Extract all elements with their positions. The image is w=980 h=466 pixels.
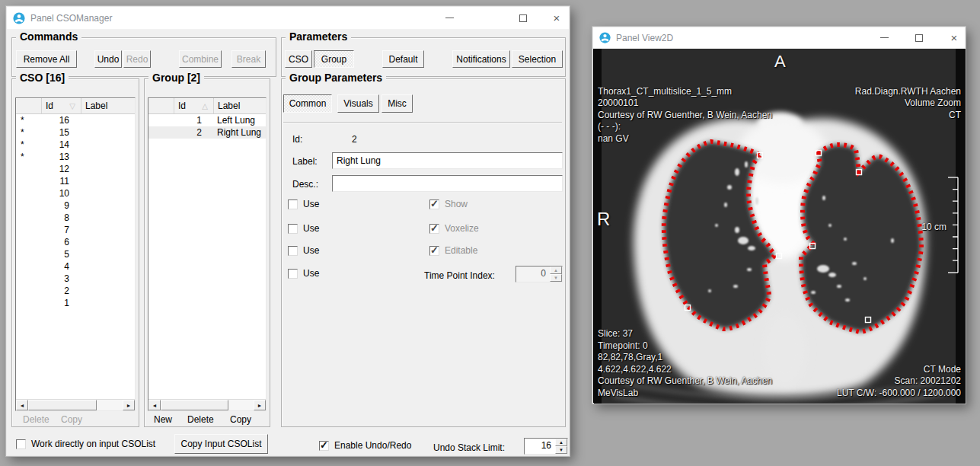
cso-table-row[interactable]: 6 [16, 236, 135, 248]
cso-manager-titlebar[interactable]: Panel CSOManager × [7, 7, 569, 30]
undo-button[interactable]: Undo [94, 50, 122, 68]
time-point-index-spinbox[interactable]: 0 ▲ ▼ [516, 266, 563, 282]
cso-table-row[interactable]: 3 [16, 273, 135, 285]
id-label: Id: [292, 134, 302, 145]
desc-field[interactable] [332, 175, 563, 192]
minimize-button[interactable] [872, 27, 896, 48]
use-label: Use [303, 223, 319, 234]
editable-checkbox[interactable] [429, 246, 439, 256]
cso-table-row[interactable]: 11 [16, 175, 135, 187]
copy-input-csolist-button[interactable]: Copy Input CSOList [174, 434, 268, 454]
header-cell-label[interactable]: Label [81, 98, 135, 113]
maximize-button[interactable] [511, 7, 535, 29]
group-params-button[interactable]: Group [314, 50, 354, 68]
cso-h-scrollbar[interactable]: ◄ ► [16, 399, 135, 410]
group-copy-button[interactable]: Copy [230, 414, 251, 425]
header-cell-id[interactable]: Id△ [174, 98, 214, 113]
use-tpi-checkbox[interactable] [288, 269, 298, 279]
close-button[interactable]: × [544, 7, 569, 29]
use-label: Use [303, 268, 319, 279]
tab-common[interactable]: Common [283, 94, 332, 113]
scroll-left-icon[interactable]: ◄ [148, 400, 161, 410]
spin-up-icon[interactable]: ▲ [550, 267, 562, 274]
cso-table-row[interactable]: 7 [16, 224, 135, 236]
header-cell-label[interactable]: Label [214, 98, 266, 113]
time-point-index-label: Time Point Index: [424, 270, 495, 281]
desktop: { "cso_manager": { "title": "Panel CSOMa… [0, 0, 980, 466]
tab-visuals[interactable]: Visuals [337, 94, 379, 113]
use-editable-checkbox[interactable] [288, 246, 298, 256]
overlay-line: Courtesy of RW Guenther, B Wein, Aachen [598, 110, 772, 122]
group-parameters-group: Group Parameters Common Visuals Misc Id:… [281, 78, 566, 427]
cso-table[interactable]: Id▽ Label * 16 * 15 [15, 97, 136, 411]
cso-copy-button[interactable]: Copy [61, 414, 82, 425]
cso-table-row[interactable]: * 16 [16, 114, 135, 126]
group-delete-button[interactable]: Delete [187, 414, 214, 425]
use-show-checkbox[interactable] [288, 199, 298, 209]
overlay-line: CT Mode [837, 364, 961, 376]
cso-table-row[interactable]: 5 [16, 248, 135, 260]
mevislab-app-icon [13, 12, 25, 24]
enable-undo-checkbox[interactable] [319, 441, 329, 451]
work-directly-label: Work directly on input CSOList [31, 439, 155, 449]
cso-params-button[interactable]: CSO [285, 50, 312, 68]
scroll-track[interactable] [97, 400, 123, 410]
spin-down-icon[interactable]: ▼ [550, 274, 562, 282]
default-button[interactable]: Default [382, 50, 424, 68]
cso-delete-button[interactable]: Delete [23, 414, 49, 425]
notifications-button[interactable]: Notifications [452, 50, 510, 68]
scroll-right-icon[interactable]: ► [123, 400, 135, 410]
group-table[interactable]: Id△ Label 1 Left Lung 2 Right Lung [148, 97, 267, 411]
scroll-thumb[interactable] [28, 400, 97, 410]
group-table-row[interactable]: 1 Left Lung [148, 114, 266, 126]
view2d-titlebar[interactable]: Panel View2D × [593, 27, 965, 49]
work-directly-checkbox[interactable] [16, 439, 26, 449]
redo-button[interactable]: Redo [123, 50, 151, 68]
header-cell-mark[interactable] [148, 98, 174, 113]
cso-table-row[interactable]: * 13 [16, 151, 135, 163]
group-table-row[interactable]: 2 Right Lung [148, 126, 266, 139]
overlay-line: MeVisLab [598, 388, 772, 400]
cso-table-row[interactable]: 12 [16, 163, 135, 175]
scroll-track[interactable] [228, 400, 254, 410]
spin-down-icon[interactable]: ▼ [555, 446, 567, 454]
scroll-right-icon[interactable]: ► [254, 400, 266, 410]
scroll-thumb[interactable] [161, 400, 228, 410]
ct-image-viewport[interactable]: Thorax1_CT_multislice_1_5_mm20000101Cour… [594, 49, 966, 404]
break-button[interactable]: Break [231, 50, 266, 68]
undo-stack-limit-spinbox[interactable]: 16 ▲ ▼ [524, 438, 568, 455]
tab-misc[interactable]: Misc [381, 94, 413, 113]
header-cell-id[interactable]: Id▽ [42, 98, 81, 113]
cso-table-row[interactable]: 4 [16, 260, 135, 273]
group-table-header[interactable]: Id△ Label [148, 98, 266, 114]
group-h-scrollbar[interactable]: ◄ ► [148, 399, 266, 410]
label-field[interactable] [332, 152, 563, 169]
minimize-button[interactable] [437, 7, 461, 29]
cso-table-row[interactable]: 1 [16, 297, 135, 309]
cso-table-row[interactable]: 2 [16, 285, 135, 297]
scroll-left-icon[interactable]: ◄ [16, 400, 28, 410]
cso-table-row[interactable]: 9 [16, 199, 135, 212]
close-button[interactable]: × [942, 27, 966, 48]
group-new-button[interactable]: New [154, 414, 172, 425]
remove-all-button[interactable]: Remove All [16, 50, 77, 68]
voxelize-checkbox[interactable] [429, 224, 439, 234]
cso-table-row[interactable]: * 14 [16, 139, 135, 151]
header-cell-mark[interactable] [16, 98, 42, 113]
use-editable-row: Use [288, 245, 319, 256]
show-checkbox[interactable] [429, 199, 439, 209]
overlay-bottom-left: Slice: 37Timepoint: 082,82,78,Gray,14.62… [598, 293, 772, 400]
show-row: Show [429, 199, 468, 209]
maximize-button[interactable] [907, 27, 931, 48]
combine-button[interactable]: Combine [179, 50, 222, 68]
overlay-line: nan GV [598, 133, 772, 145]
spin-up-icon[interactable]: ▲ [555, 439, 567, 446]
cso-table-row[interactable]: 8 [16, 212, 135, 224]
use-voxelize-checkbox[interactable] [288, 224, 298, 234]
voxelize-row: Voxelize [429, 223, 479, 234]
label-label: Label: [292, 156, 318, 167]
cso-table-header[interactable]: Id▽ Label [16, 98, 135, 114]
cso-table-row[interactable]: * 15 [16, 126, 135, 139]
cso-table-row[interactable]: 10 [16, 187, 135, 199]
selection-button[interactable]: Selection [512, 50, 563, 68]
